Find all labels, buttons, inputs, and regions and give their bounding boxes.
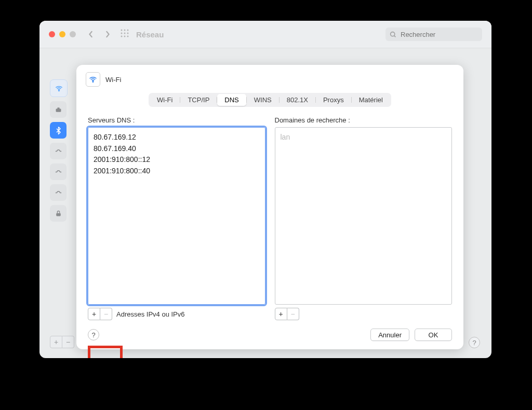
sidebar-item-ethernet[interactable]: [50, 101, 66, 118]
search-domains-label: Domaines de recherche :: [275, 116, 453, 124]
network-interfaces-sidebar: [50, 79, 69, 222]
svg-point-2: [127, 30, 129, 31]
search-icon: [390, 31, 396, 38]
cancel-button[interactable]: Annuler: [370, 329, 409, 341]
tab-matriel[interactable]: Matériel: [352, 94, 390, 106]
sidebar-item-service-2[interactable]: [50, 163, 66, 180]
sidebar-add-button[interactable]: +: [50, 336, 62, 348]
svg-point-4: [124, 33, 126, 34]
wifi-icon: [86, 72, 100, 87]
toolbar: Réseau: [39, 21, 491, 48]
list-item[interactable]: 2001:910:800::40: [94, 166, 260, 177]
svg-point-8: [127, 36, 129, 37]
window-title: Réseau: [136, 30, 164, 39]
svg-point-7: [124, 36, 126, 37]
dns-address-hint: Adresses IPv4 ou IPv6: [116, 310, 185, 318]
window-controls: [49, 31, 76, 37]
tab-8021x[interactable]: 802.1X: [280, 94, 315, 106]
svg-point-3: [121, 33, 123, 34]
tab-proxys[interactable]: Proxys: [316, 94, 351, 106]
domain-add-button[interactable]: +: [275, 308, 287, 320]
dns-servers-label: Serveurs DNS :: [88, 116, 265, 124]
dns-servers-list[interactable]: 80.67.169.1280.67.169.402001:910:800::12…: [88, 127, 265, 305]
system-preferences-window: Réseau + − ? Wi-Fi: [39, 21, 491, 358]
svg-point-9: [391, 32, 395, 36]
tab-tcpip[interactable]: TCP/IP: [180, 94, 217, 106]
list-item[interactable]: 80.67.169.40: [94, 143, 260, 155]
sidebar-item-service-1[interactable]: [50, 143, 66, 159]
zoom-window-button: [70, 31, 76, 37]
svg-point-14: [92, 81, 94, 83]
list-item[interactable]: 2001:910:800::12: [94, 154, 260, 166]
advanced-settings-sheet: Wi-Fi Wi-FiTCP/IPDNSWINS802.1XProxysMaté…: [76, 65, 463, 349]
search-input[interactable]: [400, 30, 464, 39]
show-all-button[interactable]: [121, 29, 129, 39]
sheet-interface-name: Wi-Fi: [105, 76, 121, 84]
ok-button[interactable]: OK: [415, 329, 452, 341]
svg-rect-12: [57, 107, 59, 109]
svg-point-10: [58, 90, 59, 91]
minimize-window-button[interactable]: [59, 31, 65, 37]
sidebar-item-bluetooth[interactable]: [50, 122, 66, 139]
list-item[interactable]: 80.67.169.12: [94, 132, 260, 143]
search-domain-placeholder: lan: [281, 133, 290, 141]
sheet-help-button[interactable]: ?: [88, 329, 99, 340]
tab-wins[interactable]: WINS: [247, 94, 279, 106]
domain-remove-button[interactable]: −: [287, 308, 299, 320]
sheet-tabs[interactable]: Wi-FiTCP/IPDNSWINS802.1XProxysMatériel: [149, 93, 391, 107]
svg-point-5: [127, 33, 129, 34]
svg-rect-13: [56, 213, 61, 216]
forward-button: [104, 31, 111, 38]
svg-point-0: [121, 30, 123, 31]
close-window-button[interactable]: [49, 31, 55, 37]
tab-wifi[interactable]: Wi-Fi: [150, 94, 180, 106]
sidebar-add-remove: + −: [50, 336, 74, 348]
sidebar-remove-button[interactable]: −: [62, 336, 74, 348]
search-domains-list[interactable]: lan: [275, 127, 453, 305]
svg-point-6: [121, 36, 123, 37]
back-button[interactable]: [87, 31, 95, 38]
dns-remove-button[interactable]: −: [100, 308, 112, 320]
svg-rect-11: [56, 108, 61, 112]
search-field-wrapper[interactable]: [385, 28, 482, 41]
sidebar-item-wifi[interactable]: [50, 79, 68, 97]
sidebar-item-service-3[interactable]: [50, 184, 66, 201]
dns-add-button[interactable]: +: [88, 308, 100, 320]
svg-point-1: [124, 30, 126, 31]
tab-dns[interactable]: DNS: [217, 94, 246, 106]
sidebar-item-vpn[interactable]: [50, 205, 66, 222]
window-help-button[interactable]: ?: [469, 337, 480, 348]
